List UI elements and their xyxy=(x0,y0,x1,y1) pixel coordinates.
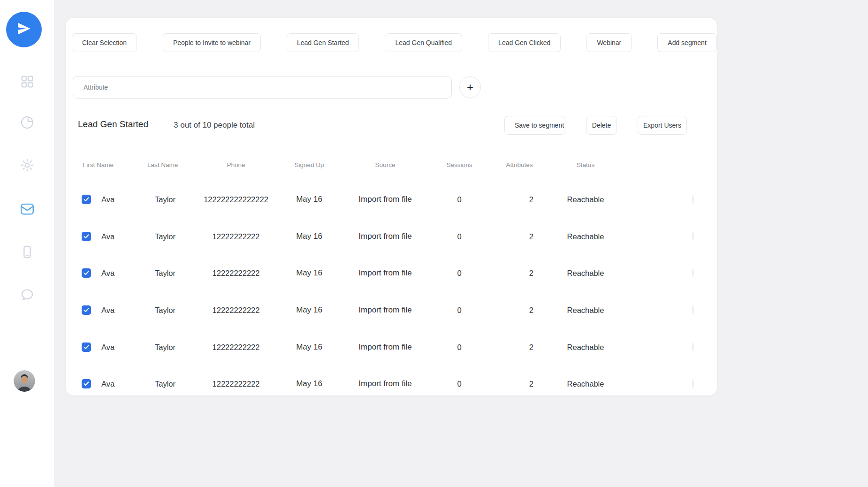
table-row: Ava Taylor 12222222222 May 16 Import fro… xyxy=(66,292,717,329)
sidebar-item-analytics[interactable] xyxy=(19,115,36,132)
cell-first-name: Ava xyxy=(101,195,114,204)
cell-last-name: Taylor xyxy=(155,342,175,351)
cell-status: Reachable xyxy=(567,195,604,204)
cell-phone: 12222222222 xyxy=(213,380,260,388)
cell-last-name: Taylor xyxy=(155,195,175,204)
row-checkbox[interactable] xyxy=(82,379,91,388)
cell-status: Reachable xyxy=(567,380,604,388)
main-panel: Clear Selection People to Invite to webi… xyxy=(66,18,717,396)
column-header-sessions: Sessions xyxy=(447,161,472,168)
pie-chart-icon xyxy=(20,115,35,132)
column-header-first-name: First Name xyxy=(83,161,114,168)
cell-sessions: 0 xyxy=(457,380,461,388)
row-select-radio[interactable] xyxy=(693,268,693,278)
sidebar-item-mobile[interactable] xyxy=(19,244,36,261)
row-checkbox[interactable] xyxy=(82,305,91,315)
row-select-radio[interactable] xyxy=(693,231,693,241)
segment-lead-gen-started-button[interactable]: Lead Gen Started xyxy=(287,33,359,52)
column-header-phone: Phone xyxy=(227,161,245,168)
settings-gear-icon xyxy=(20,158,35,175)
cell-phone: 12222222222 xyxy=(213,232,260,241)
cell-status: Reachable xyxy=(567,269,604,278)
cell-signed-up: May 16 xyxy=(296,379,322,388)
column-header-attributes: Attributes xyxy=(506,161,533,168)
segment-lead-gen-clicked-button[interactable]: Lead Gen Clicked xyxy=(488,33,561,52)
row-select-radio[interactable] xyxy=(693,195,693,204)
add-filter-button[interactable]: + xyxy=(459,76,481,98)
cell-first-name: Ava xyxy=(101,306,114,315)
segment-webinar-button[interactable]: Webinar xyxy=(586,33,632,52)
table-row: Ava Taylor 122222222222222 May 16 Import… xyxy=(66,181,717,218)
cell-source: Import from file xyxy=(358,268,411,278)
table-body: Ava Taylor 122222222222222 May 16 Import… xyxy=(66,181,717,396)
cell-attributes: 2 xyxy=(529,342,533,351)
row-checkbox[interactable] xyxy=(82,232,91,241)
segment-lead-gen-qualified-button[interactable]: Lead Gen Qualified xyxy=(385,33,462,52)
clear-selection-button[interactable]: Clear Selection xyxy=(72,33,137,52)
sidebar xyxy=(0,0,54,487)
sidebar-item-settings[interactable] xyxy=(19,158,36,175)
user-avatar[interactable] xyxy=(14,370,35,392)
cell-first-name: Ava xyxy=(101,380,114,388)
add-segment-button[interactable]: Add segment xyxy=(657,33,717,52)
dashboard-grid-icon xyxy=(20,74,35,91)
segment-people-to-invite-button[interactable]: People to Invite to webinar xyxy=(163,33,261,52)
cell-first-name: Ava xyxy=(101,342,114,351)
cell-phone: 122222222222222 xyxy=(204,195,268,204)
save-to-segment-button[interactable]: Save to segment xyxy=(504,116,565,135)
table-row: Ava Taylor 12222222222 May 16 Import fro… xyxy=(66,218,717,255)
export-users-button[interactable]: Export Users xyxy=(638,116,687,135)
cell-attributes: 2 xyxy=(529,195,533,204)
cell-attributes: 2 xyxy=(529,380,533,388)
cell-status: Reachable xyxy=(567,342,604,351)
sidebar-item-chat[interactable] xyxy=(19,287,36,304)
cell-source: Import from file xyxy=(358,232,411,241)
row-select-radio[interactable] xyxy=(693,342,693,351)
cell-signed-up: May 16 xyxy=(296,268,322,278)
segment-button-row: Clear Selection People to Invite to webi… xyxy=(72,33,717,52)
cell-attributes: 2 xyxy=(529,232,533,241)
cell-signed-up: May 16 xyxy=(296,232,322,241)
send-icon xyxy=(15,20,32,39)
cell-signed-up: May 16 xyxy=(296,195,322,204)
table-row: Ava Taylor 12222222222 May 16 Import fro… xyxy=(66,328,717,365)
cell-last-name: Taylor xyxy=(155,306,175,315)
chat-bubble-icon xyxy=(20,287,35,304)
attribute-filter-input[interactable] xyxy=(73,76,452,99)
cell-last-name: Taylor xyxy=(155,380,175,388)
cell-sessions: 0 xyxy=(457,269,461,278)
row-checkbox[interactable] xyxy=(82,195,91,204)
cell-last-name: Taylor xyxy=(155,269,175,278)
cell-attributes: 2 xyxy=(529,269,533,278)
column-header-status: Status xyxy=(577,161,594,168)
cell-source: Import from file xyxy=(358,305,411,315)
sidebar-item-messages-active[interactable] xyxy=(19,201,36,218)
row-checkbox[interactable] xyxy=(82,342,91,352)
cell-phone: 12222222222 xyxy=(213,342,260,351)
cell-source: Import from file xyxy=(358,342,411,352)
cell-status: Reachable xyxy=(567,306,604,315)
cell-phone: 12222222222 xyxy=(213,306,260,315)
cell-sessions: 0 xyxy=(457,232,461,241)
cell-signed-up: May 16 xyxy=(296,305,322,315)
sidebar-item-dashboard[interactable] xyxy=(19,74,36,91)
cell-attributes: 2 xyxy=(529,306,533,315)
row-select-radio[interactable] xyxy=(693,379,693,388)
table-row: Ava Taylor 12222222222 May 16 Import fro… xyxy=(66,365,717,396)
cell-first-name: Ava xyxy=(101,269,114,278)
column-header-signed-up: Signed Up xyxy=(294,161,324,168)
cell-first-name: Ava xyxy=(101,232,114,241)
row-checkbox[interactable] xyxy=(82,268,91,278)
people-count-summary: 3 out of 10 people total xyxy=(174,121,255,130)
phone-icon xyxy=(20,244,35,261)
cell-last-name: Taylor xyxy=(155,232,175,241)
app-logo[interactable] xyxy=(6,12,42,47)
cell-sessions: 0 xyxy=(457,306,461,315)
column-header-last-name: Last Name xyxy=(147,161,178,168)
cell-phone: 12222222222 xyxy=(213,269,260,278)
row-select-radio[interactable] xyxy=(693,305,693,315)
delete-button[interactable]: Delete xyxy=(586,116,617,135)
column-header-source: Source xyxy=(375,161,396,168)
cell-sessions: 0 xyxy=(457,195,461,204)
cell-source: Import from file xyxy=(358,195,411,204)
